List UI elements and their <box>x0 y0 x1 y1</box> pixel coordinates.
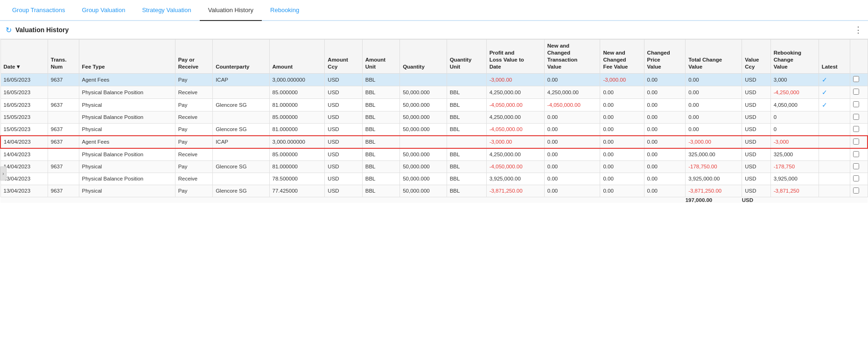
cell-counterparty <box>213 173 269 185</box>
col-date[interactable]: Date ▾ <box>0 40 48 74</box>
cell-rebooking-change: -3,000 <box>770 136 819 148</box>
col-trans-num[interactable]: Trans.Num <box>48 40 79 74</box>
table-row[interactable]: 13/04/20239637PhysicalPayGlencore SG77.4… <box>0 185 868 197</box>
cell-checkbox[interactable] <box>850 173 868 185</box>
cell-new-changed-transaction: -4,050,000.00 <box>544 98 600 111</box>
table-row[interactable]: 14/04/2023Physical Balance PositionRecei… <box>0 148 868 161</box>
cell-value-ccy: USD <box>742 136 770 148</box>
cell-counterparty: ICAP <box>213 73 269 86</box>
cell-amount: 85.000000 <box>269 148 325 161</box>
cell-changed-price: 0.00 <box>644 86 686 98</box>
row-checkbox[interactable] <box>853 163 859 169</box>
tab-group-transactions[interactable]: Group Transactions <box>4 0 73 21</box>
cell-checkbox[interactable] <box>850 123 868 136</box>
table-row[interactable]: 13/04/2023Physical Balance PositionRecei… <box>0 173 868 185</box>
tab-group-valuation[interactable]: Group Valuation <box>73 0 133 21</box>
row-checkbox[interactable] <box>853 175 859 181</box>
row-checkbox[interactable] <box>853 187 859 194</box>
col-quantity-unit[interactable]: QuantityUnit <box>447 40 486 74</box>
cell-new-changed-fee: 0.00 <box>600 86 644 98</box>
row-checkbox[interactable] <box>853 76 859 82</box>
col-new-changed-transaction[interactable]: New andChangedTransactionValue <box>544 40 600 74</box>
cell-amount-ccy: USD <box>325 160 362 173</box>
col-amount-unit[interactable]: AmountUnit <box>362 40 399 74</box>
col-changed-price[interactable]: ChangedPriceValue <box>644 40 686 74</box>
cell-new-changed-fee: 0.00 <box>600 173 644 185</box>
col-amount[interactable]: Amount <box>269 40 325 74</box>
col-quantity[interactable]: Quantity <box>400 40 447 74</box>
cell-checkbox[interactable] <box>850 148 868 161</box>
cell-pay-receive: Pay <box>175 123 212 136</box>
cell-latest <box>819 123 850 136</box>
cell-amount-ccy: USD <box>325 98 362 111</box>
footer-latest <box>819 197 850 203</box>
col-amount-ccy[interactable]: AmountCcy <box>325 40 362 74</box>
table-row[interactable]: 15/05/20239637PhysicalPayGlencore SG81.0… <box>0 123 868 136</box>
table-row[interactable]: 14/04/20239637PhysicalPayGlencore SG81.0… <box>0 160 868 173</box>
cell-checkbox[interactable] <box>850 98 868 111</box>
cell-quantity-unit <box>447 73 486 86</box>
row-checkbox[interactable] <box>853 126 859 132</box>
col-latest[interactable]: Latest <box>819 40 850 74</box>
cell-pay-receive: Pay <box>175 185 212 197</box>
cell-rebooking-change: 3,000 <box>770 73 819 86</box>
cell-pnl: -4,050,000.00 <box>486 160 544 173</box>
row-checkbox[interactable] <box>853 114 859 120</box>
row-checkbox[interactable] <box>853 151 859 157</box>
table-row[interactable]: 15/05/2023Physical Balance PositionRecei… <box>0 111 868 123</box>
cell-value-ccy: USD <box>742 160 770 173</box>
col-rebooking-change[interactable]: RebookingChangeValue <box>770 40 819 74</box>
table-row[interactable]: 16/05/20239637Agent FeesPayICAP3,000.000… <box>0 73 868 86</box>
cell-checkbox[interactable] <box>850 136 868 148</box>
cell-changed-price: 0.00 <box>644 173 686 185</box>
cell-new-changed-transaction: 4,250,000.00 <box>544 86 600 98</box>
cell-rebooking-change: 0 <box>770 111 819 123</box>
cell-checkbox[interactable] <box>850 86 868 98</box>
cell-amount: 3,000.000000 <box>269 73 325 86</box>
col-new-changed-fee[interactable]: New andChangedFee Value <box>600 40 644 74</box>
cell-checkbox[interactable] <box>850 160 868 173</box>
cell-fee-type: Physical <box>79 160 175 173</box>
row-checkbox[interactable] <box>853 89 859 95</box>
cell-trans-num <box>48 148 79 161</box>
footer-spacer <box>0 197 686 203</box>
collapse-arrow[interactable]: › <box>0 167 7 180</box>
cell-quantity: 50,000.000 <box>400 185 447 197</box>
tab-rebooking[interactable]: Rebooking <box>262 0 308 21</box>
more-options-icon[interactable]: ⋮ <box>854 25 862 35</box>
cell-date: 13/04/2023 <box>0 185 48 197</box>
cell-counterparty <box>213 111 269 123</box>
table-row[interactable]: 16/05/20239637PhysicalPayGlencore SG81.0… <box>0 98 868 111</box>
cell-checkbox[interactable] <box>850 73 868 86</box>
cell-amount-unit: BBL <box>362 136 399 148</box>
refresh-icon[interactable]: ↻ <box>6 26 12 35</box>
cell-new-changed-fee: 0.00 <box>600 136 644 148</box>
col-pay-receive[interactable]: Pay orReceive <box>175 40 212 74</box>
col-value-ccy[interactable]: ValueCcy <box>742 40 770 74</box>
tab-valuation-history[interactable]: Valuation History <box>200 0 262 21</box>
table-row[interactable]: 14/04/20239637Agent FeesPayICAP3,000.000… <box>0 136 868 148</box>
cell-latest: ✓ <box>819 86 850 98</box>
valuation-history-panel: ↻ Valuation History ⋮ Date ▾ Trans.Num F… <box>0 21 868 203</box>
cell-total-change-value: -3,000.00 <box>686 136 742 148</box>
cell-changed-price: 0.00 <box>644 148 686 161</box>
tab-strategy-valuation[interactable]: Strategy Valuation <box>133 0 199 21</box>
col-counterparty[interactable]: Counterparty <box>213 40 269 74</box>
table-row[interactable]: 16/05/2023Physical Balance PositionRecei… <box>0 86 868 98</box>
col-pnl[interactable]: Profit andLoss Value toDate <box>486 40 544 74</box>
footer-checkbox <box>850 197 868 203</box>
cell-value-ccy: USD <box>742 111 770 123</box>
col-total-change-value[interactable]: Total ChangeValue <box>686 40 742 74</box>
cell-quantity-unit: BBL <box>447 86 486 98</box>
cell-date: 16/05/2023 <box>0 86 48 98</box>
header-row: Date ▾ Trans.Num Fee Type Pay orReceive … <box>0 40 868 74</box>
cell-quantity-unit: BBL <box>447 160 486 173</box>
cell-checkbox[interactable] <box>850 111 868 123</box>
row-checkbox[interactable] <box>853 139 859 145</box>
col-fee-type[interactable]: Fee Type <box>79 40 175 74</box>
row-checkbox[interactable] <box>853 101 859 107</box>
cell-checkbox[interactable] <box>850 185 868 197</box>
cell-pay-receive: Receive <box>175 111 212 123</box>
cell-pnl: 3,925,000.00 <box>486 173 544 185</box>
table-body: 16/05/20239637Agent FeesPayICAP3,000.000… <box>0 73 868 197</box>
